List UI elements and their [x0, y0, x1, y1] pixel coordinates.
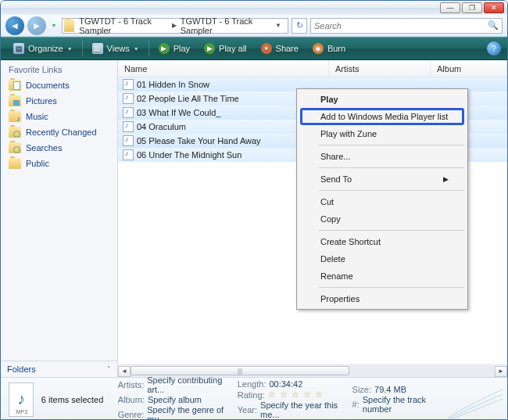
refresh-button[interactable]: ↻: [292, 18, 307, 34]
share-button[interactable]: ✶Share: [255, 39, 305, 58]
forward-button[interactable]: ►: [27, 16, 46, 35]
sidebar-item-pictures[interactable]: Pictures: [1, 93, 117, 109]
audio-file-icon: [123, 79, 134, 90]
maximize-button[interactable]: ❐: [462, 2, 482, 13]
audio-file-icon: [123, 149, 134, 160]
ctx-properties[interactable]: Properties: [299, 290, 466, 307]
size-label: Size:: [352, 385, 371, 394]
breadcrumb-dropdown[interactable]: ▼: [270, 22, 286, 29]
year-value[interactable]: Specify the year this me...: [260, 400, 345, 419]
track-label: #:: [352, 400, 360, 409]
sidebar-item-recently-changed[interactable]: Recently Changed: [1, 124, 117, 140]
folders-toggle[interactable]: Folders˄: [1, 361, 117, 377]
audio-file-icon: [123, 93, 134, 104]
searches-icon: [9, 142, 21, 153]
rating-label: Rating:: [238, 390, 265, 400]
artists-label: Artists:: [118, 380, 145, 389]
views-icon: ▦: [92, 43, 103, 54]
ctx-send-to[interactable]: Send To▶: [299, 171, 466, 188]
sidebar-header: Favorite Links: [1, 60, 117, 77]
search-box[interactable]: 🔍: [310, 18, 503, 34]
chevron-down-icon: ▼: [67, 46, 73, 52]
audio-file-icon: [123, 135, 134, 146]
nav-history-dropdown[interactable]: ▼: [49, 18, 59, 34]
sidebar-item-searches[interactable]: Searches: [1, 140, 117, 156]
genre-label: Genre:: [118, 410, 145, 419]
scroll-thumb[interactable]: [131, 366, 349, 375]
organize-button[interactable]: ▤Organize▼: [7, 39, 79, 58]
album-value[interactable]: Specify album: [148, 395, 202, 404]
close-button[interactable]: ✕: [484, 2, 504, 13]
audio-file-icon: [123, 121, 134, 132]
album-label: Album:: [118, 395, 145, 404]
play-all-button[interactable]: ▶Play all: [198, 39, 252, 58]
chevron-down-icon: ▼: [134, 46, 139, 52]
column-name[interactable]: Name: [118, 60, 329, 77]
menu-separator: [319, 167, 464, 168]
sidebar: Favorite Links Documents Pictures Music …: [1, 60, 118, 377]
back-button[interactable]: ◄: [5, 16, 24, 35]
folder-icon: [64, 20, 74, 32]
ctx-play[interactable]: Play: [299, 91, 466, 108]
column-artists[interactable]: Artists: [329, 60, 431, 77]
sidebar-item-music[interactable]: Music: [1, 109, 117, 124]
recent-icon: [9, 127, 21, 138]
command-bar: ▤Organize▼ ▦Views▼ ▶Play ▶Play all ✶Shar…: [1, 37, 507, 60]
search-input[interactable]: [314, 21, 488, 31]
play-button[interactable]: ▶Play: [152, 39, 196, 58]
organize-icon: ▤: [13, 43, 24, 54]
search-icon: 🔍: [488, 20, 499, 31]
breadcrumb-seg[interactable]: TGWTDT - 6 Track Sampler: [179, 16, 270, 35]
menu-separator: [319, 230, 464, 231]
chevron-right-icon[interactable]: ▶: [170, 22, 179, 29]
audio-file-icon: [123, 107, 134, 118]
burn-icon: ◉: [313, 43, 324, 54]
breadcrumb-seg[interactable]: TGWTDT - 6 Track Sampler: [77, 16, 169, 35]
titlebar: — ❐ ✕: [1, 1, 507, 15]
ctx-zune[interactable]: Play with Zune: [299, 125, 466, 142]
ctx-add-wmp[interactable]: Add to Windows Media Player list: [299, 108, 466, 125]
ctx-rename[interactable]: Rename: [299, 267, 466, 285]
length-value: 00:34:42: [269, 379, 302, 389]
context-menu: Play Add to Windows Media Player list Pl…: [296, 88, 468, 310]
sidebar-item-public[interactable]: Public: [1, 156, 117, 171]
decorative-swoosh: [448, 388, 503, 419]
genre-value[interactable]: Specify the genre of mu...: [147, 405, 229, 421]
help-button[interactable]: ?: [487, 41, 501, 56]
minimize-button[interactable]: —: [440, 2, 460, 13]
chevron-up-icon: ˄: [107, 365, 111, 373]
size-value: 79.4 MB: [374, 385, 406, 394]
ctx-delete[interactable]: Delete: [299, 250, 466, 267]
column-headers: Name Artists Album: [118, 60, 507, 77]
menu-separator: [319, 287, 464, 288]
sidebar-item-documents[interactable]: Documents: [1, 77, 117, 93]
year-label: Year:: [238, 405, 257, 415]
ctx-cut[interactable]: Cut: [299, 193, 466, 210]
menu-separator: [319, 145, 464, 145]
menu-separator: [319, 190, 464, 191]
ctx-share[interactable]: Share...: [299, 148, 466, 165]
explorer-window: — ❐ ✕ ◄ ► ▼ TGWTDT - 6 Track Sampler ▶ T…: [0, 0, 508, 420]
column-album[interactable]: Album: [431, 60, 507, 77]
breadcrumb[interactable]: TGWTDT - 6 Track Sampler ▶ TGWTDT - 6 Tr…: [62, 18, 288, 34]
details-pane: .MP3 6 items selected Artists:Specify co…: [1, 377, 507, 420]
artists-value[interactable]: Specify contributing art...: [147, 375, 229, 394]
ctx-create-shortcut[interactable]: Create Shortcut: [299, 233, 466, 250]
play-all-icon: ▶: [204, 43, 215, 54]
pictures-icon: [9, 95, 21, 106]
documents-icon: [9, 80, 21, 91]
rating-value[interactable]: ☆ ☆ ☆ ☆ ☆: [268, 389, 324, 400]
nav-row: ◄ ► ▼ TGWTDT - 6 Track Sampler ▶ TGWTDT …: [1, 15, 507, 37]
scroll-right-button[interactable]: ►: [495, 366, 507, 377]
music-icon: [9, 111, 21, 122]
length-label: Length:: [238, 379, 267, 389]
track-value[interactable]: Specify the track number: [363, 395, 445, 414]
separator: [82, 41, 83, 56]
submenu-arrow-icon: ▶: [443, 175, 449, 183]
play-icon: ▶: [159, 43, 170, 54]
file-ext-label: .MP3: [15, 409, 27, 415]
burn-button[interactable]: ◉Burn: [306, 39, 352, 58]
ctx-copy[interactable]: Copy: [299, 210, 466, 228]
views-button[interactable]: ▦Views▼: [86, 39, 145, 58]
file-type-icon: .MP3: [9, 382, 34, 417]
